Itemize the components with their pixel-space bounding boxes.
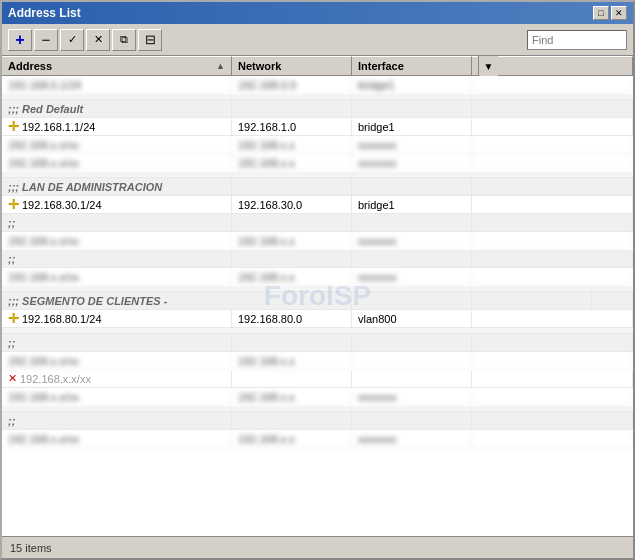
cell-address: 192.168.x.x/xx [2, 352, 232, 369]
table-row[interactable]: 192.168.0.1/24 192.168.0.0 bridge1 [2, 76, 633, 94]
cell-extra [472, 250, 633, 267]
cell-extra [472, 412, 633, 429]
table-row[interactable]: ✛192.168.80.1/24 192.168.80.0 vlan800 [2, 310, 633, 328]
cell-address: ✛192.168.1.1/24 [2, 118, 232, 135]
cell-interface [352, 100, 472, 117]
minimize-button[interactable]: □ [593, 6, 609, 20]
cell-address: ✛192.168.80.1/24 [2, 310, 232, 327]
table-row[interactable]: 192.168.x.x/xx 192.168.x.x xxxxxxx [2, 232, 633, 250]
remove-button[interactable]: − [34, 29, 58, 51]
column-dropdown-button[interactable]: ▼ [478, 56, 498, 76]
cell-interface [352, 214, 472, 231]
cell-interface [352, 250, 472, 267]
cell-network: 192.168.x.x [232, 268, 352, 285]
close-button[interactable]: ✕ [611, 6, 627, 20]
table-row[interactable]: 192.168.x.x/xx 192.168.x.x xxxxxxx [2, 268, 633, 286]
plus-icon: ✛ [8, 119, 19, 134]
cell-extra [472, 76, 633, 93]
cell-group-label: ;; [2, 250, 232, 267]
cell-address: 192.168.x.x/xx [2, 232, 232, 249]
find-box [527, 30, 627, 50]
table-row-group: ;; [2, 214, 633, 232]
cell-network: 192.168.1.0 [232, 118, 352, 135]
cell-network: 192.168.80.0 [232, 310, 352, 327]
cell-network: 192.168.x.x [232, 232, 352, 249]
cell-extra [472, 136, 633, 153]
status-bar: 15 items [2, 536, 633, 558]
status-text: 15 items [10, 542, 52, 554]
table-row[interactable]: 192.168.x.x/xx 192.168.x.x xxxxxxx [2, 388, 633, 406]
cell-network [232, 370, 352, 387]
toolbar: + − ✓ ✕ ⧉ ⊟ [2, 24, 633, 56]
cell-extra [472, 370, 633, 387]
title-bar-buttons: □ ✕ [593, 6, 627, 20]
plus-icon: ✛ [8, 197, 19, 212]
title-bar: Address List □ ✕ [2, 2, 633, 24]
cell-interface: xxxxxxx [352, 154, 472, 171]
cell-interface: bridge1 [352, 76, 472, 93]
cell-address: ✛192.168.30.1/24 [2, 196, 232, 213]
window-title: Address List [8, 6, 81, 20]
sort-arrow-icon: ▲ [216, 61, 225, 71]
table-row[interactable]: ✛192.168.1.1/24 192.168.1.0 bridge1 [2, 118, 633, 136]
content-area: ForoISP Address ▲ Network Interface ▼ 19… [2, 56, 633, 536]
cell-network: 192.168.x.x [232, 352, 352, 369]
cell-interface [352, 334, 472, 351]
cell-network [232, 334, 352, 351]
table-row-disabled[interactable]: ✕192.168.x.x/xx [2, 370, 633, 388]
cell-interface: vlan800 [352, 310, 472, 327]
add-button[interactable]: + [8, 29, 32, 51]
enable-button[interactable]: ✓ [60, 29, 84, 51]
cell-network: 192.168.0.0 [232, 76, 352, 93]
cell-extra [472, 232, 633, 249]
cell-interface [472, 292, 592, 309]
copy-button[interactable]: ⧉ [112, 29, 136, 51]
cell-network [232, 250, 352, 267]
cell-interface: xxxxxxx [352, 430, 472, 447]
table-body: 192.168.0.1/24 192.168.0.0 bridge1 ;;; R… [2, 76, 633, 536]
cell-group-label: ;;; LAN DE ADMINISTRACION [2, 178, 232, 195]
cell-extra [472, 388, 633, 405]
col-header-network: Network [232, 56, 352, 75]
cell-address: 192.168.x.x/xx [2, 388, 232, 405]
address-list-window: Address List □ ✕ + − ✓ ✕ ⧉ ⊟ ForoISP Add… [0, 0, 635, 560]
cell-extra [472, 310, 633, 327]
cell-extra [472, 154, 633, 171]
cell-extra [472, 196, 633, 213]
col-header-interface: Interface [352, 56, 472, 75]
cell-group-label: ;;; SEGMENTO DE CLIENTES - [2, 292, 352, 309]
cell-extra [472, 334, 633, 351]
cell-interface: bridge1 [352, 118, 472, 135]
cell-extra [592, 292, 633, 309]
col-header-address: Address ▲ [2, 56, 232, 75]
cell-extra [472, 268, 633, 285]
disable-button[interactable]: ✕ [86, 29, 110, 51]
table-row[interactable]: ✛192.168.30.1/24 192.168.30.0 bridge1 [2, 196, 633, 214]
cell-network: 192.168.x.x [232, 154, 352, 171]
x-icon: ✕ [8, 372, 17, 385]
filter-button[interactable]: ⊟ [138, 29, 162, 51]
col-label-interface: Interface [358, 60, 404, 72]
table-row[interactable]: 192.168.x.x/xx 192.168.x.x xxxxxxx [2, 430, 633, 448]
table-row[interactable]: 192.168.x.x/xx 192.168.x.x xxxxxxx [2, 136, 633, 154]
table-row[interactable]: 192.168.x.x/xx 192.168.x.x [2, 352, 633, 370]
cell-interface [352, 370, 472, 387]
cell-address: 192.168.x.x/xx [2, 154, 232, 171]
cell-network: 192.168.x.x [232, 388, 352, 405]
table-row-group: ;;; SEGMENTO DE CLIENTES - [2, 292, 633, 310]
cell-group-label: ;; [2, 334, 232, 351]
cell-extra [472, 178, 633, 195]
cell-interface: xxxxxxx [352, 136, 472, 153]
col-label-address: Address [8, 60, 52, 72]
cell-network [232, 178, 352, 195]
cell-interface: xxxxxxx [352, 232, 472, 249]
table-row[interactable]: 192.168.x.x/xx 192.168.x.x xxxxxxx [2, 154, 633, 172]
table-row-group: ;; [2, 412, 633, 430]
find-input[interactable] [527, 30, 627, 50]
cell-network [232, 214, 352, 231]
cell-group-label: ;; [2, 214, 232, 231]
cell-group-label: ;; [2, 412, 232, 429]
cell-group-label: ;;; Red Default [2, 100, 232, 117]
cell-interface: bridge1 [352, 196, 472, 213]
table-row-group: ;; [2, 250, 633, 268]
